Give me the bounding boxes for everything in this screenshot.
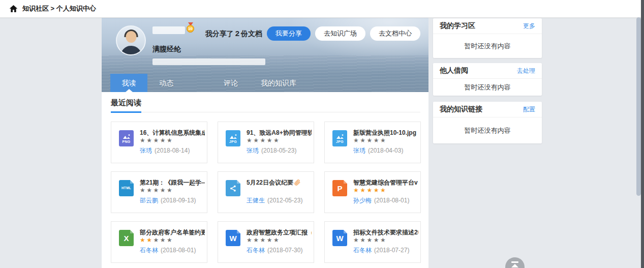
doc-date: (2018-08-01) <box>161 247 196 254</box>
file-icon-w: W <box>226 230 240 246</box>
sidebar-box-others-borrow: 他人借阅去处理暂时还没有内容 <box>433 63 542 96</box>
doc-meta: 王健生(2012-05-23) <box>247 196 302 205</box>
sidebar-box-header: 我的学习区更多 <box>433 18 542 34</box>
share-doc-icon <box>226 180 240 196</box>
banner-actions: 我分享了2份文档 我要分享 去知识广场 去文档中心 <box>205 26 420 41</box>
doc-title[interactable]: 5月22日会议纪要 <box>247 178 312 187</box>
doc-title[interactable]: 政府智慧政务立项汇报（… <box>247 228 312 237</box>
doc-card[interactable]: PNG16、计算机信息系统集成…★★★★★张琇(2018-08-14) <box>111 122 207 163</box>
rating-stars[interactable]: ★★★★★ <box>247 137 280 144</box>
file-icon-html: HTML <box>119 180 134 196</box>
doc-title[interactable]: 智慧党建综合管理平台v 3… <box>353 178 418 187</box>
recent-card-grid: PNG16、计算机信息系统集成…★★★★★张琇(2018-08-14)JPG91… <box>111 122 421 263</box>
section-divider <box>111 112 420 112</box>
user-name-redacted <box>152 26 185 34</box>
sidebar-box-title: 我的学习区 <box>440 21 475 31</box>
doc-meta: 张琇(2018-08-14) <box>140 146 190 155</box>
image-file-icon-jpg: JPG <box>332 130 347 146</box>
doc-date: (2018-08-01) <box>374 197 409 204</box>
share-button[interactable]: 我要分享 <box>267 26 311 41</box>
rating-stars[interactable]: ★★★★★ <box>140 137 173 144</box>
rating-stars[interactable]: ★★★★★ <box>353 187 387 194</box>
tab-comments[interactable]: 评论 <box>214 74 247 92</box>
breadcrumb[interactable]: 知识社区 > 个人知识中心 <box>22 4 96 13</box>
doc-date: (2018-07-30) <box>267 247 302 254</box>
knowledge-plaza-button[interactable]: 去知识广场 <box>315 26 365 41</box>
author-link[interactable]: 张琇 <box>247 147 259 154</box>
doc-date: (2012-05-23) <box>267 197 302 204</box>
doc-card[interactable]: JPG新版营业执照10-10.jpg★★★★★张琇(2018-04-03) <box>324 122 421 163</box>
doc-meta: 张琇(2018-05-23) <box>247 146 296 155</box>
doc-date: (2018-05-23) <box>261 147 296 154</box>
file-icon-p: P <box>332 180 347 196</box>
share-count: 2 <box>235 29 239 38</box>
doc-meta: 石冬林(2018-08-01) <box>140 246 196 255</box>
rating-stars[interactable]: ★★★★★ <box>353 137 387 144</box>
doc-card[interactable]: W招标文件技术要求描述20…★★★★★石冬林(2018-07-27) <box>324 221 421 263</box>
doc-title[interactable]: 第21期：《跟我一起学—… <box>140 178 205 187</box>
doc-title[interactable]: 新版营业执照10-10.jpg <box>353 129 418 137</box>
tab-my-reads[interactable]: 我读 <box>110 74 147 92</box>
badge-count: 10 <box>187 25 194 33</box>
empty-placeholder: 暂时还没有内容 <box>433 79 542 96</box>
section-title-recent-read: 最近阅读 <box>111 98 141 113</box>
doc-meta: 邵云鹏(2018-09-13) <box>140 196 196 205</box>
sidebar-box-header: 我的知识链接配置 <box>433 102 542 117</box>
paperclip-icon <box>294 180 300 186</box>
more-link[interactable]: 更多 <box>523 22 535 31</box>
tab-my-knowledge-base[interactable]: 我的知识库 <box>250 74 307 92</box>
share-stat: 我分享了2份文档 <box>205 29 262 39</box>
scrollbar-thumb[interactable] <box>636 17 641 196</box>
doc-card[interactable]: P智慧党建综合管理平台v 3…★★★★★孙少梅(2018-08-01) <box>324 171 421 213</box>
doc-card[interactable]: X部分政府客户名单签约更…★★★★★石冬林(2018-08-01) <box>111 221 207 263</box>
configure-link[interactable]: 配置 <box>523 105 535 114</box>
author-link[interactable]: 王健生 <box>247 197 265 204</box>
image-file-icon-png: PNG <box>119 130 134 146</box>
doc-title[interactable]: 招标文件技术要求描述20… <box>353 228 418 237</box>
image-file-icon-jpg: JPG <box>226 130 240 146</box>
doc-card[interactable]: JPG91、致远A8+协同管理软…★★★★★张琇(2018-05-23) <box>218 122 314 163</box>
doc-card[interactable]: HTML第21期：《跟我一起学—…★★★★★邵云鹏(2018-09-13) <box>111 171 207 213</box>
profile-banner: 10 满腹经纶 我分享了2份文档 我要分享 去知识广场 去文档中心 我读动态评论… <box>102 18 428 92</box>
tab-activity[interactable]: 动态 <box>150 74 182 92</box>
rating-stars[interactable]: ★★★★★ <box>140 236 173 244</box>
rating-stars[interactable]: ★★★★★ <box>247 236 280 244</box>
sidebar-box-title: 他人借阅 <box>440 66 468 75</box>
sidebar-box-my-knowledge-links: 我的知识链接配置暂时还没有内容 <box>433 102 542 143</box>
avatar <box>116 25 146 55</box>
doc-card[interactable]: 5月22日会议纪要王健生(2012-05-23) <box>218 171 314 213</box>
home-icon[interactable] <box>9 5 18 13</box>
user-honor-title: 满腹经纶 <box>152 45 181 54</box>
doc-center-button[interactable]: 去文档中心 <box>370 26 420 41</box>
doc-date: (2018-09-13) <box>161 197 196 204</box>
author-link[interactable]: 邵云鹏 <box>140 197 158 204</box>
scrollbar-track[interactable] <box>641 0 644 268</box>
back-to-top-button[interactable] <box>505 257 525 268</box>
user-subtitle-redacted <box>152 58 265 65</box>
author-link[interactable]: 石冬林 <box>140 247 158 254</box>
doc-title[interactable]: 部分政府客户名单签约更… <box>140 228 205 237</box>
sidebar-box-header: 他人借阅去处理 <box>433 63 542 79</box>
doc-date: (2018-04-03) <box>368 147 403 154</box>
file-icon-w: W <box>332 230 347 246</box>
author-link[interactable]: 张琇 <box>353 147 365 154</box>
rating-stars[interactable]: ★★★★★ <box>353 236 387 244</box>
doc-card[interactable]: W政府智慧政务立项汇报（…★★★★★石冬林(2018-07-30) <box>218 221 314 263</box>
author-link[interactable]: 张琇 <box>140 147 152 154</box>
doc-title[interactable]: 16、计算机信息系统集成… <box>140 129 205 137</box>
rating-stars[interactable]: ★★★★★ <box>140 187 173 194</box>
empty-placeholder: 暂时还没有内容 <box>433 34 542 58</box>
author-link[interactable]: 孙少梅 <box>353 197 372 204</box>
file-icon-x: X <box>119 230 134 246</box>
doc-meta: 石冬林(2018-07-27) <box>353 246 409 255</box>
sidebar-box-title: 我的知识链接 <box>440 105 482 114</box>
go-handle-link[interactable]: 去处理 <box>517 67 535 75</box>
tab-bar: 我读动态评论我的知识库 <box>102 74 428 92</box>
doc-date: (2018-07-27) <box>374 247 409 254</box>
doc-date: (2018-08-14) <box>155 147 190 154</box>
doc-title[interactable]: 91、致远A8+协同管理软… <box>247 129 312 137</box>
empty-placeholder: 暂时还没有内容 <box>433 117 542 143</box>
author-link[interactable]: 石冬林 <box>353 247 372 254</box>
top-bar: 知识社区 > 个人知识中心 <box>0 0 644 18</box>
author-link[interactable]: 石冬林 <box>247 247 265 254</box>
